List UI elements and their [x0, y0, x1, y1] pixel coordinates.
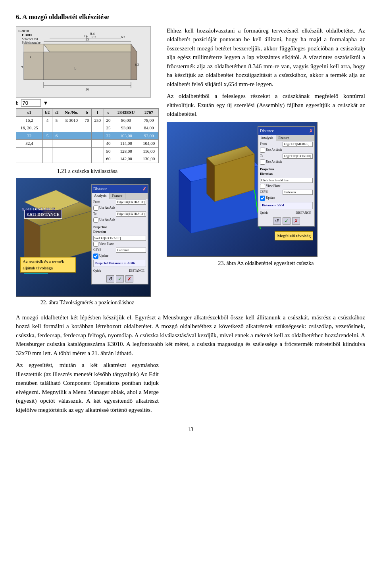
col-b: b [82, 109, 92, 117]
use-axis1-checkbox[interactable] [93, 206, 98, 211]
svg-marker-36 [207, 158, 215, 202]
dialog-title-right: Distance ✗ [258, 127, 314, 135]
svg-text:l    1: l 1 [84, 35, 87, 38]
cancel-right-button[interactable]: ✗ [292, 217, 300, 225]
param-unit: ▼ [43, 99, 48, 107]
tab-analysis[interactable]: Analysis [92, 193, 110, 199]
main-paragraph: A mozgó oldalbetétet két lépésben készít… [16, 313, 365, 358]
close-icon[interactable]: ✗ [142, 186, 146, 192]
use-axis2-checkbox[interactable] [93, 217, 98, 223]
svg-marker-5 [44, 44, 137, 52]
tab-analysis-right[interactable]: Analysis [258, 135, 276, 141]
col-2767: 2767 [139, 109, 159, 117]
dialog-useaxis1-right[interactable]: Use An Axis [258, 147, 314, 153]
projected-distance-right: Distance = 5.554 [260, 202, 313, 209]
dialog-useaxis1[interactable]: Use An Axis [92, 205, 148, 211]
svg-text:Schleittzugabe: Schleittzugabe [22, 41, 41, 44]
dialog-projection-row: Surf:F8[EXTRACT] [92, 235, 148, 241]
table-row[interactable]: 32,440114,00104,00 [16, 140, 159, 148]
svg-rect-6 [44, 52, 131, 80]
dialog-csys-right: CSYS Cartesian [258, 189, 314, 195]
col-2343: 2343ESU [113, 109, 139, 117]
screenshot-left: 8.611 DISTANCE 8.611 DISTANCE Az osztósí… [16, 178, 151, 297]
svg-text:b 2: b 2 [135, 63, 139, 67]
fig23-caption: 23. ábra Az oldalbetéttel egyesített csú… [167, 259, 365, 267]
svg-marker-9 [24, 44, 44, 52]
svg-text:b: b [75, 66, 77, 71]
dialog-quick-right: Quick _DISTANCE_ [258, 210, 314, 216]
table-row[interactable]: 60142,00130,00 [16, 155, 159, 163]
svg-text:26: 26 [86, 87, 90, 91]
fig22-caption: 22. ábra Távolságmérés a pozícionáláshoz [16, 298, 159, 307]
col-s2: s2 [52, 109, 61, 117]
dialog-update-right[interactable]: Update [258, 195, 314, 201]
part-code-label: E 3010 [18, 29, 29, 34]
tab-feature-right[interactable]: Feature [276, 135, 292, 141]
col-l: l [91, 109, 104, 117]
right-para-1: Ehhez kell hozzáolvasztani a formaüreg t… [167, 26, 365, 89]
svg-text:s: s [30, 55, 31, 59]
dialog-proj-section-right: ProjectionDirection [258, 166, 314, 177]
update-checkbox[interactable] [93, 254, 98, 259]
param-row: b ▼ [16, 99, 159, 107]
col-s1: s1 [16, 109, 43, 117]
fig1-caption: 1.21 a csúszka kiválasztása [16, 167, 159, 175]
use-axis2-right-checkbox[interactable] [260, 159, 265, 165]
page-number: 13 [16, 425, 365, 434]
part-drawing: +0.4 b ─0.3 E 3010 Schieber mit Schleitt… [16, 26, 151, 98]
distance-label-left: 8.611 DISTANCE [24, 210, 62, 219]
dialog-projection-section: ProjectionDirection [92, 224, 148, 235]
svg-text:s1: s1 [21, 65, 24, 68]
dialog-right[interactable]: Distance ✗ Analysis Feature From Edge:F1… [258, 126, 315, 227]
view-plane-right-checkbox[interactable] [260, 184, 265, 189]
col-s: s [104, 109, 113, 117]
dialog-to-right: To Edge:F16[EXTRUD] [258, 153, 314, 159]
bottom-para-2: Az egyesítést, miután a két alkatrészt e… [16, 361, 159, 414]
dialog-title-left: Distance ✗ [92, 185, 148, 193]
dialog-viewplane[interactable]: View Plane [92, 241, 148, 247]
part-table: s1 b2 s2 Nr./No. b l s 2343ESU 2767 16,2… [16, 108, 159, 163]
svg-text:6.3: 6.3 [121, 35, 125, 39]
dialog-left[interactable]: Distance ✗ Analysis Feature From Edge:F8… [91, 184, 148, 284]
bottom-left: Az egyesítést, miután a két alkatrészt e… [16, 361, 159, 417]
tab-feature[interactable]: Feature [110, 193, 125, 199]
dialog-update[interactable]: Update [92, 253, 148, 259]
right-para-2: Az oldalbetétből a felesleges részeket a… [167, 92, 365, 119]
annotation-right: Megfelelő távolság [275, 231, 313, 240]
left-column: +0.4 b ─0.3 E 3010 Schieber mit Schleitt… [16, 26, 159, 309]
table-row[interactable]: 16, 20, 252593,0084,00 [16, 124, 159, 132]
dialog-quick-row: Quick _DISTANCE_ [92, 268, 148, 274]
col-b2: b2 [42, 109, 52, 117]
dialog-proj-row-right: Click here to add line [258, 177, 314, 183]
dialog-useaxis2-right[interactable]: Use An Axis [258, 159, 314, 165]
close-right-icon[interactable]: ✗ [309, 128, 313, 135]
screenshot-right: 5.654 Megfelelő távolság Distance ✗ Anal… [167, 122, 318, 257]
dialog-buttons-right: ↺ ✓ ✗ [258, 216, 314, 226]
dialog-useaxis2[interactable]: Use An Axis [92, 217, 148, 223]
table-row[interactable]: 50128,00116,00 [16, 147, 159, 155]
table-row[interactable]: 16,245E 3010702502086,0078,00 [16, 116, 159, 124]
table-row-selected[interactable]: 325632103,0093,00 [16, 132, 159, 140]
dialog-tabs-left: Analysis Feature [92, 193, 148, 199]
dialog-tabs-right: Analysis Feature [258, 135, 314, 141]
annotation-left: Az osztósík és a termék aljának távolság… [20, 257, 76, 273]
confirm-button[interactable]: ✓ [116, 275, 124, 282]
cancel-button[interactable]: ✗ [125, 275, 133, 282]
dialog-buttons-left: ↺ ✓ ✗ [92, 274, 148, 284]
col-nr: Nr./No. [61, 109, 82, 117]
reset-right-button[interactable]: ↺ [273, 217, 281, 225]
use-axis1-right-checkbox[interactable] [260, 148, 265, 153]
confirm-right-button[interactable]: ✓ [283, 217, 291, 225]
view-plane-checkbox[interactable] [93, 242, 98, 247]
reset-button[interactable]: ↺ [106, 275, 114, 282]
update-right-checkbox[interactable] [260, 196, 265, 201]
dialog-viewplane-right[interactable]: View Plane [258, 183, 314, 189]
dialog-from-row: From Edge:F8[EXTRACT] [92, 199, 148, 205]
dialog-csys-row: CSYS Cartesian [92, 247, 148, 253]
projected-distance: Projected Distance = = -8.346 [93, 260, 146, 267]
param-label: b [16, 99, 19, 107]
right-column: Ehhez kell hozzáolvasztani a formaüreg t… [167, 26, 365, 309]
dialog-from-right: From Edge:F13[MERGE] [258, 141, 314, 147]
param-value-input[interactable] [21, 99, 41, 107]
part-block: +0.4 b ─0.3 E 3010 Schieber mit Schleitt… [16, 26, 159, 163]
